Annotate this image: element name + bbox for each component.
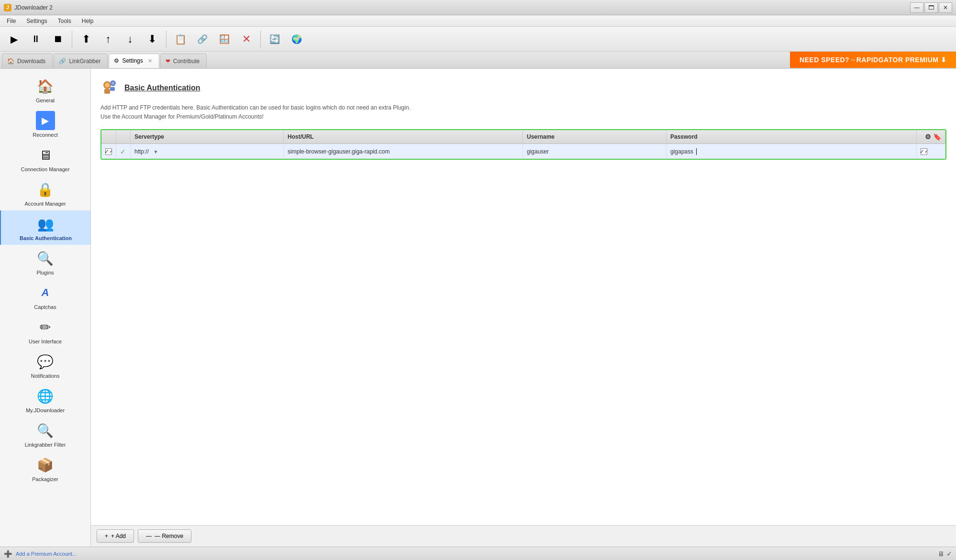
th-servertype: Servertype [131,130,284,143]
bookmark-icon[interactable]: 🔖 [933,133,941,141]
row-status-icon: ✓ [120,148,126,155]
delete-button[interactable]: ✕ [236,30,256,49]
th-password-label: Password [670,133,698,140]
row-status-cell: ✓ [116,143,131,159]
title-bar: J JDownloader 2 — 🗖 ✕ [0,0,956,15]
packagizer-icon: 📦 [36,455,55,474]
th-username: Username [523,130,667,143]
section-header: Basic Authentication [100,78,946,98]
section-desc-line2: Use the Account Manager for Premium/Gold… [100,113,264,120]
close-button[interactable]: ✕ [939,2,952,13]
main-layout: 🏠 General ▶ Reconnect 🖥 Connection Manag… [0,69,956,547]
th-host-url: Host/URL [284,130,523,143]
move-link-down-button[interactable]: ↓ [120,30,140,49]
row-username-cell[interactable]: gigauser [523,143,667,159]
status-check-icon: ✓ [946,550,952,558]
row-password-value: gigapass [670,148,693,155]
sidebar-item-plugins[interactable]: 🔍 Plugins [0,245,90,279]
remove-icon: — [146,533,152,539]
row-enable-checkbox[interactable]: ✓ [921,148,927,155]
sidebar-item-basic-auth[interactable]: 👥 Basic Authentication [0,210,90,245]
tab-settings-label: Settings [122,57,143,64]
svg-point-1 [105,83,110,88]
svg-rect-5 [110,87,115,91]
account-manager-label: Account Manager [24,201,66,207]
sidebar-item-notifications[interactable]: 💬 Notifications [0,348,90,383]
row-servertype-cell[interactable]: http:// ▼ [131,143,284,159]
link-grabber-button[interactable]: 🔗 [192,30,212,49]
menu-file[interactable]: File [2,17,21,25]
user-interface-icon: ✏ [36,318,55,337]
notifications-icon: 💬 [36,352,55,371]
menu-help[interactable]: Help [77,17,99,25]
remove-label: — Remove [155,533,183,539]
sidebar-item-linkgrabber-filter[interactable]: 🔍 Linkgrabber Filter [0,417,90,451]
status-premium-label[interactable]: Add a Premium Account... [16,551,77,557]
row-action-icons: ✓ [921,148,941,155]
minimize-button[interactable]: — [910,2,923,13]
tab-settings-close[interactable]: ✕ [148,58,152,64]
my-jdownloader-icon: 🌐 [36,386,55,406]
my-jdownloader-label: My.JDownloader [26,407,65,413]
auth-table: Servertype Host/URL Username Password [101,130,945,159]
move-package-up-button[interactable]: ⬆ [76,30,96,49]
row-host-url-cell[interactable]: simple-browser-gigauser.giga-rapid.com [284,143,523,159]
linkgrabber-filter-icon: 🔍 [36,421,55,440]
clipboard-button[interactable]: 📋 [170,30,190,49]
reconnect-button[interactable]: 🔄 [265,30,285,49]
basic-auth-section-icon [100,78,120,98]
tab-settings[interactable]: ⚙ Settings ✕ [109,54,159,68]
stop-button[interactable]: ⏹ [48,30,68,49]
toolbar: ▶ ⏸ ⏹ ⬆ ↑ ↓ ⬇ 📋 🔗 🪟 ✕ 🔄 🌍 [0,27,956,52]
tab-contribute[interactable]: ❤ Contribute [160,54,207,68]
basic-auth-label: Basic Authentication [20,235,72,241]
menu-settings[interactable]: Settings [22,17,52,25]
status-monitor-icon: 🖥 [938,550,945,558]
section-icon [100,78,120,98]
toolbar-separator-2 [166,31,167,48]
th-host-url-label: Host/URL [288,133,314,140]
sidebar-item-packagizer[interactable]: 📦 Packagizer [0,451,90,486]
promo-text: NEED SPEED?→RAPIDGATOR PREMIUM [800,56,939,64]
general-label: General [36,98,55,103]
sidebar-item-general[interactable]: 🏠 General [0,73,90,107]
status-add-icon: ➕ [4,550,12,558]
table-row: ✓ ✓ http:// ▼ simple-browser-gigauser.gi… [101,143,945,159]
th-actions-icons: ⚙ 🔖 [921,133,941,141]
move-link-up-button[interactable]: ↑ [98,30,118,49]
play-button[interactable]: ▶ [4,30,24,49]
th-username-label: Username [527,133,555,140]
sidebar-item-reconnect[interactable]: ▶ Reconnect [0,107,90,142]
row-checkbox-cell[interactable]: ✓ [101,143,116,159]
svg-point-4 [111,82,114,85]
table-header-row: Servertype Host/URL Username Password [101,130,945,143]
sidebar: 🏠 General ▶ Reconnect 🖥 Connection Manag… [0,69,91,547]
menu-tools[interactable]: Tools [53,17,76,25]
window-button[interactable]: 🪟 [214,30,234,49]
row-password-cell[interactable]: gigapass [667,143,917,159]
promo-banner[interactable]: NEED SPEED?→RAPIDGATOR PREMIUM ⬇ [790,52,956,68]
update-button[interactable]: 🌍 [287,30,307,49]
th-status [116,130,131,143]
sidebar-item-captchas[interactable]: A Captchas [0,279,90,314]
move-package-down-button[interactable]: ⬇ [142,30,162,49]
settings-icon[interactable]: ⚙ [925,133,931,141]
sidebar-item-account-manager[interactable]: 🔒 Account Manager [0,176,90,210]
remove-button[interactable]: — — Remove [138,529,191,543]
pause-button[interactable]: ⏸ [26,30,46,49]
tab-linkgrabber[interactable]: 🔗 LinkGrabber [54,54,108,68]
servertype-dropdown-arrow[interactable]: ▼ [153,149,158,154]
tab-downloads[interactable]: 🏠 Downloads [2,54,53,68]
promo-icon: ⬇ [941,56,947,64]
row-checkbox[interactable]: ✓ [105,148,112,155]
section-title: Basic Authentication [124,84,200,92]
captchas-label: Captchas [34,304,56,310]
add-button[interactable]: + + Add [97,529,134,543]
sidebar-item-connection-manager[interactable]: 🖥 Connection Manager [0,142,90,176]
sidebar-item-my-jdownloader[interactable]: 🌐 My.JDownloader [0,383,90,417]
tab-linkgrabber-label: LinkGrabber [69,58,100,65]
linkgrabber-filter-label: Linkgrabber Filter [25,442,66,448]
sidebar-item-user-interface[interactable]: ✏ User Interface [0,314,90,348]
maximize-button[interactable]: 🗖 [924,2,938,13]
password-cell-inner: gigapass [670,148,912,155]
